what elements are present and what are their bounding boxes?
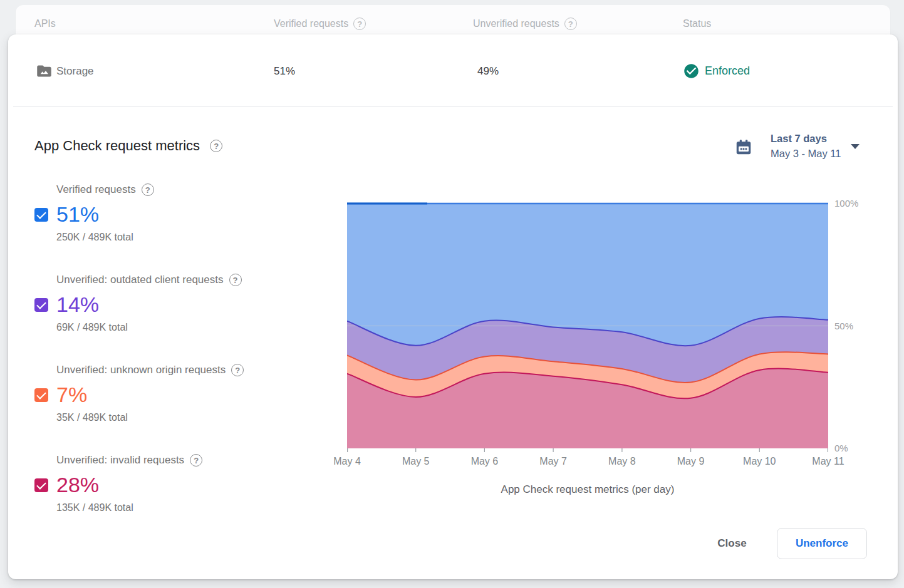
x-axis-label: May 5 <box>388 455 444 468</box>
metric-percent: 14% <box>56 291 99 317</box>
help-icon[interactable] <box>142 183 154 196</box>
help-icon[interactable] <box>564 18 577 30</box>
x-axis-label: May 9 <box>663 455 719 468</box>
metric-label: Verified requests <box>56 183 136 196</box>
metric-label: Unverified: invalid requests <box>56 454 184 467</box>
metric-label: Unverified: outdated client requests <box>56 274 224 286</box>
metric-invalid: Unverified: invalid requests 28% 135K / … <box>34 454 329 523</box>
metric-total: 69K / 489K total <box>56 322 128 333</box>
calendar-icon <box>734 138 753 157</box>
help-icon[interactable] <box>353 18 366 30</box>
metric-total: 35K / 489K total <box>56 412 128 423</box>
x-axis-label: May 11 <box>800 455 856 468</box>
column-unverified-requests: Unverified requests <box>473 16 577 32</box>
help-icon[interactable] <box>231 364 244 376</box>
y-axis-label: 100% <box>834 197 875 210</box>
metric-percent: 51% <box>56 201 99 227</box>
column-verified-requests: Verified requests <box>274 16 366 32</box>
unenforce-button[interactable]: Unenforce <box>777 528 867 559</box>
status-badge: Enforced <box>705 63 750 80</box>
x-axis-label: May 6 <box>456 455 512 468</box>
date-range-dates: May 3 - May 11 <box>771 148 841 160</box>
help-icon[interactable] <box>210 140 222 152</box>
api-row-storage[interactable]: Storage 51% 49% Enforced <box>8 34 898 106</box>
metric-verified: Verified requests 51% 250K / 489K total <box>34 183 329 252</box>
x-axis-label: May 7 <box>525 455 581 468</box>
metric-percent: 28% <box>56 472 99 498</box>
screen: APIs Verified requests Unverified reques… <box>0 0 904 588</box>
metric-outdated-client: Unverified: outdated client requests 14%… <box>34 274 329 343</box>
metric-checkbox-outdated[interactable] <box>34 298 48 312</box>
page-title: App Check request metrics <box>34 138 200 154</box>
help-icon[interactable] <box>229 274 242 286</box>
help-icon[interactable] <box>190 454 202 467</box>
verified-requests-value: 51% <box>274 63 295 80</box>
column-apis: APIs <box>34 16 56 32</box>
date-range-label: Last 7 days <box>771 133 827 145</box>
section-header: App Check request metrics <box>34 138 222 154</box>
chart-canvas[interactable] <box>347 202 828 453</box>
close-button[interactable]: Close <box>702 528 762 559</box>
y-axis-label: 50% <box>834 319 875 333</box>
api-name: Storage <box>56 63 94 80</box>
metric-percent: 7% <box>56 381 87 408</box>
app-check-detail-card: Storage 51% 49% Enforced App Check reque… <box>8 34 898 579</box>
metric-label: Unverified: unknown origin requests <box>56 364 226 376</box>
x-axis-label: May 8 <box>594 455 650 468</box>
stacked-area-chart[interactable]: App Check request metrics (per day) 100%… <box>347 202 828 453</box>
date-range-picker[interactable]: Last 7 days May 3 - May 11 <box>732 132 882 172</box>
x-axis-label: May 4 <box>319 455 375 468</box>
metric-checkbox-unknown[interactable] <box>34 388 48 402</box>
metric-checkbox-invalid[interactable] <box>34 478 48 492</box>
x-axis-label: May 10 <box>731 455 787 468</box>
metric-checkbox-verified[interactable] <box>34 208 48 222</box>
check-circle-icon <box>683 63 700 80</box>
storage-folder-icon <box>36 63 53 80</box>
column-verified-label: Verified requests <box>274 16 348 32</box>
y-axis-label: 0% <box>834 441 875 455</box>
column-unverified-label: Unverified requests <box>473 16 559 32</box>
metric-total: 250K / 489K total <box>56 232 133 243</box>
metric-total: 135K / 489K total <box>56 502 133 513</box>
column-status: Status <box>683 16 711 32</box>
divider <box>13 106 893 107</box>
caret-down-icon <box>851 144 860 149</box>
chart-caption: App Check request metrics (per day) <box>347 483 828 496</box>
metric-unknown-origin: Unverified: unknown origin requests 7% 3… <box>34 364 329 433</box>
unverified-requests-value: 49% <box>477 63 499 80</box>
